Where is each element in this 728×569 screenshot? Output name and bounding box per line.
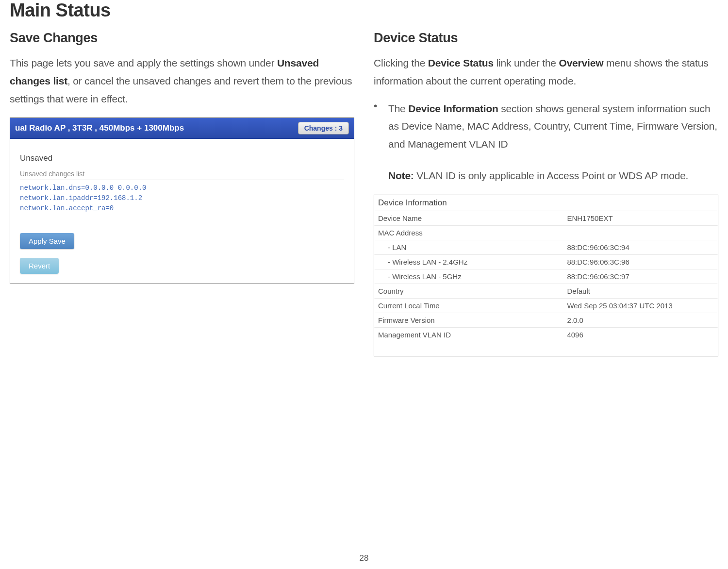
mac-address-label: MAC Address bbox=[374, 225, 563, 240]
note-label: Note: bbox=[388, 170, 414, 181]
ap-header-title: ual Radio AP , 3T3R , 450Mbps + 1300Mbps bbox=[15, 123, 184, 133]
bullet-item: • The Device Information section shows g… bbox=[374, 100, 718, 160]
device-status-bold: Device Status bbox=[428, 57, 494, 68]
table-row: Management VLAN ID 4096 bbox=[374, 327, 718, 342]
device-information-screenshot: Device Information Device Name ENH1750EX… bbox=[374, 195, 718, 356]
lan-label: - LAN bbox=[374, 240, 563, 254]
note-paragraph: Note: VLAN ID is only applicable in Acce… bbox=[374, 167, 718, 185]
unsaved-title: Unsaved bbox=[20, 153, 344, 163]
note-text: VLAN ID is only applicable in Access Poi… bbox=[414, 170, 689, 181]
ap-header-bar: ual Radio AP , 3T3R , 450Mbps + 1300Mbps… bbox=[10, 118, 354, 139]
wlan5-value: 88:DC:96:06:3C:97 bbox=[563, 269, 718, 284]
text: The bbox=[388, 103, 408, 114]
table-row: - Wireless LAN - 5GHz 88:DC:96:06:3C:97 bbox=[374, 269, 718, 284]
device-status-heading: Device Status bbox=[374, 31, 718, 46]
wlan24-value: 88:DC:96:06:3C:96 bbox=[563, 254, 718, 269]
left-column: Save Changes This page lets you save and… bbox=[10, 31, 354, 356]
table-row: Current Local Time Wed Sep 25 03:04:37 U… bbox=[374, 298, 718, 313]
table-row: - LAN 88:DC:96:06:3C:94 bbox=[374, 240, 718, 254]
table-row: Firmware Version 2.0.0 bbox=[374, 313, 718, 327]
country-value: Default bbox=[563, 284, 718, 298]
page-number: 28 bbox=[0, 553, 728, 563]
text: Clicking the bbox=[374, 57, 428, 68]
firmware-label: Firmware Version bbox=[374, 313, 563, 327]
unsaved-list-label: Unsaved changes list bbox=[20, 170, 344, 180]
mac-address-value bbox=[563, 225, 718, 240]
apply-save-button[interactable]: Apply Save bbox=[20, 233, 74, 249]
save-changes-heading: Save Changes bbox=[10, 31, 354, 46]
device-name-label: Device Name bbox=[374, 211, 563, 226]
table-bottom-pad bbox=[374, 342, 718, 356]
save-changes-screenshot: ual Radio AP , 3T3R , 450Mbps + 1300Mbps… bbox=[10, 117, 354, 284]
country-label: Country bbox=[374, 284, 563, 298]
text: This page lets you save and apply the se… bbox=[10, 57, 277, 68]
save-changes-paragraph: This page lets you save and apply the se… bbox=[10, 54, 354, 108]
wlan5-label: - Wireless LAN - 5GHz bbox=[374, 269, 563, 284]
table-row: Device Name ENH1750EXT bbox=[374, 211, 718, 226]
vlan-value: 4096 bbox=[563, 327, 718, 342]
unsaved-changes-pre: network.lan.dns=0.0.0.0 0.0.0.0 network.… bbox=[20, 183, 344, 214]
page-title: Main Status bbox=[10, 0, 718, 21]
device-status-paragraph: Clicking the Device Status link under th… bbox=[374, 54, 718, 90]
time-label: Current Local Time bbox=[374, 298, 563, 313]
ap-body: Unsaved Unsaved changes list network.lan… bbox=[10, 139, 354, 284]
text: link under the bbox=[494, 57, 559, 68]
two-column-layout: Save Changes This page lets you save and… bbox=[10, 31, 718, 356]
revert-button[interactable]: Revert bbox=[20, 258, 59, 274]
time-value: Wed Sep 25 03:04:37 UTC 2013 bbox=[563, 298, 718, 313]
overview-bold: Overview bbox=[559, 57, 604, 68]
device-name-value: ENH1750EXT bbox=[563, 211, 718, 226]
bullet-text: The Device Information section shows gen… bbox=[388, 100, 718, 153]
firmware-value: 2.0.0 bbox=[563, 313, 718, 327]
vlan-label: Management VLAN ID bbox=[374, 327, 563, 342]
right-column: Device Status Clicking the Device Status… bbox=[374, 31, 718, 356]
table-row: Country Default bbox=[374, 284, 718, 298]
lan-value: 88:DC:96:06:3C:94 bbox=[563, 240, 718, 254]
device-information-header: Device Information bbox=[374, 195, 718, 211]
device-information-bold: Device Information bbox=[408, 103, 498, 114]
wlan24-label: - Wireless LAN - 2.4GHz bbox=[374, 254, 563, 269]
table-row: MAC Address bbox=[374, 225, 718, 240]
device-information-table: Device Name ENH1750EXT MAC Address - LAN… bbox=[374, 211, 718, 342]
table-row: - Wireless LAN - 2.4GHz 88:DC:96:06:3C:9… bbox=[374, 254, 718, 269]
changes-button[interactable]: Changes : 3 bbox=[298, 122, 349, 134]
bullet-icon: • bbox=[374, 100, 388, 160]
